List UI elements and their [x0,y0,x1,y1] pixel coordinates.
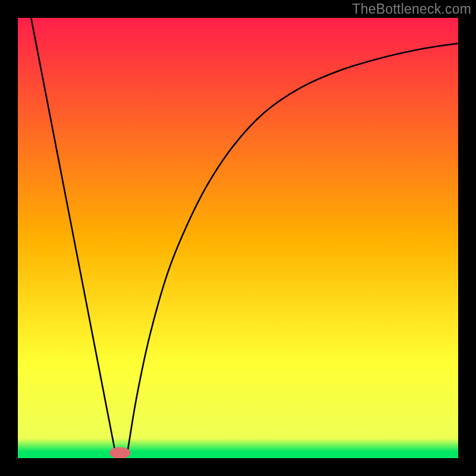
chart-container: TheBottleneck.com [0,0,476,476]
chart-svg [18,18,458,458]
marker-group [109,447,131,459]
min-marker [109,447,131,459]
watermark-text: TheBottleneck.com [352,1,471,17]
chart-background [18,18,458,458]
